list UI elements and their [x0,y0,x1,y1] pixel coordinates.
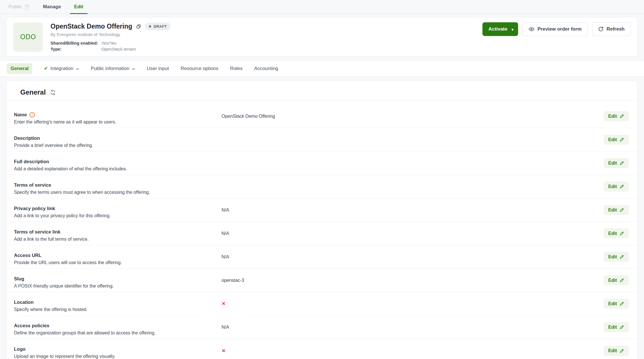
row-label: Location [14,300,34,305]
nav-tab[interactable]: Accounting [254,63,278,74]
pencil-icon [619,208,624,212]
edit-button[interactable]: Edit [604,228,629,238]
edit-button[interactable]: Edit [604,275,629,285]
edit-button[interactable]: Edit [604,346,629,356]
refresh-button-label: Refresh [607,26,625,32]
offering-header-info: OpenStack Demo Offering DRAFT By Evergre… [51,22,482,52]
nav-tab[interactable]: Roles [230,63,242,74]
settings-row: Terms of service link Add a link to the … [7,222,637,245]
edit-button-label: Edit [608,161,617,166]
edit-button[interactable]: Edit [604,252,629,262]
status-badge: DRAFT [145,23,171,30]
row-description: Add a detailed explanation of what the o… [14,166,222,171]
help-icon[interactable]: ? [24,4,30,10]
status-dot-icon [149,25,151,27]
attribute-label: Type: [51,46,101,52]
pencil-icon [619,278,624,283]
settings-row: Access policies Define the organization … [7,316,637,339]
edit-button[interactable]: Edit [604,182,629,192]
edit-button[interactable]: Edit [604,135,629,145]
nav-tab-label: Roles [230,66,242,71]
edit-button-label: Edit [608,184,617,189]
edit-button[interactable]: Edit [604,205,629,215]
row-description: A POSIX-friendly unique identifier for t… [14,283,222,289]
row-value: openstac-3 [222,278,604,283]
settings-row: Logo Upload an image to represent the of… [7,339,637,359]
preview-button-label: Preview order form [538,26,582,32]
refresh-button[interactable]: Refresh [592,22,631,36]
settings-row-info: Logo Upload an image to represent the of… [14,339,222,359]
header-attribute-row: Type: OpenStack tenant [51,46,482,52]
row-description: Provide a brief overview of the offering… [14,143,222,148]
offering-section-nav: General ✔ Integration Public information [7,63,278,74]
header-actions: Activate ▾ Preview order form Refresh [482,22,631,36]
tab-edit[interactable]: Edit [74,0,83,14]
row-description: Provide the URL users will use to access… [14,260,222,265]
offering-attributes: Shared/Billing enabled: Yes/Yes Type: Op… [51,40,482,52]
edit-button[interactable]: Edit [604,299,629,309]
edit-button-label: Edit [608,254,617,260]
offering-section-nav-bar: General ✔ Integration Public information [0,61,644,77]
edit-button-label: Edit [608,137,617,142]
section-header: General [7,81,637,101]
settings-row-info: Full description Add a detailed explanat… [14,151,222,171]
error-cross-icon: ✕ [222,348,604,354]
row-value: OpenStack Demo Offering [222,114,604,119]
settings-row: Full description Add a detailed explanat… [7,151,637,175]
settings-row-info: Access policies Define the organization … [14,316,222,336]
edit-button[interactable]: Edit [604,111,629,121]
tab-manage-label: Manage [43,4,61,10]
attribute-value: Yes/Yes [101,40,116,46]
nav-tab[interactable]: User input [147,63,169,74]
section-title: General [20,88,46,96]
chevron-down-icon [76,68,79,70]
row-label: Terms of service link [14,229,61,235]
page-title: OpenStack Demo Offering [51,22,132,30]
row-value: N/A [222,325,604,330]
preview-order-form-button[interactable]: Preview order form [522,22,588,36]
attribute-label: Shared/Billing enabled: [51,40,101,46]
eye-icon [528,26,535,32]
settings-row: Slug A POSIX-friendly unique identifier … [7,269,637,292]
nav-tab[interactable]: Resource options [181,63,218,74]
edit-button[interactable]: Edit [604,322,629,332]
nav-tab-label: User input [147,66,169,71]
settings-row: Access URL Provide the URL users will us… [7,245,637,269]
nav-tab-label: Resource options [181,66,218,71]
edit-button-label: Edit [608,114,617,119]
row-description: Add a link to your privacy policy for th… [14,213,222,218]
refresh-icon [598,26,604,32]
settings-row: Privacy policy link Add a link to your p… [7,198,637,222]
view-tabs: Public ? Manage Edit [0,0,644,14]
settings-row-info: Description Provide a brief overview of … [14,128,222,148]
pencil-icon [619,231,624,236]
caret-down-icon[interactable]: ▾ [512,28,514,31]
row-description: Define the organization groups that are … [14,330,222,336]
settings-row: Location Specify where the offering is h… [7,292,637,316]
edit-button[interactable]: Edit [604,158,629,168]
row-label: Access policies [14,323,49,328]
pencil-icon [619,348,624,353]
pencil-icon [619,325,624,330]
settings-row-info: Terms of service Specify the terms users… [14,175,222,195]
settings-row-info: Name ! Enter the offering's name as it w… [14,105,222,125]
tab-public[interactable]: Public ? [9,0,30,14]
error-cross-icon: ✕ [222,301,604,307]
general-settings-card: General Name ! Enter the offering's name… [6,81,638,359]
pencil-icon [619,254,624,259]
row-label: Access URL [14,253,41,258]
edit-button-label: Edit [608,231,617,236]
nav-tab[interactable]: Public information [91,63,135,74]
nav-tab[interactable]: ✔ Integration [44,63,79,74]
activate-button[interactable]: Activate ▾ [482,22,518,36]
settings-row-info: Location Specify where the offering is h… [14,292,222,312]
tab-public-label: Public [9,4,22,10]
nav-tab[interactable]: General [7,63,32,74]
section-refresh-icon[interactable] [50,89,56,95]
header-attribute-row: Shared/Billing enabled: Yes/Yes [51,40,482,46]
offering-byline: By Evergreen Institute of Technology [51,32,482,37]
copy-icon[interactable] [136,24,141,29]
tab-manage[interactable]: Manage [43,0,61,14]
settings-row: Name ! Enter the offering's name as it w… [7,105,637,128]
settings-row: Description Provide a brief overview of … [7,128,637,151]
